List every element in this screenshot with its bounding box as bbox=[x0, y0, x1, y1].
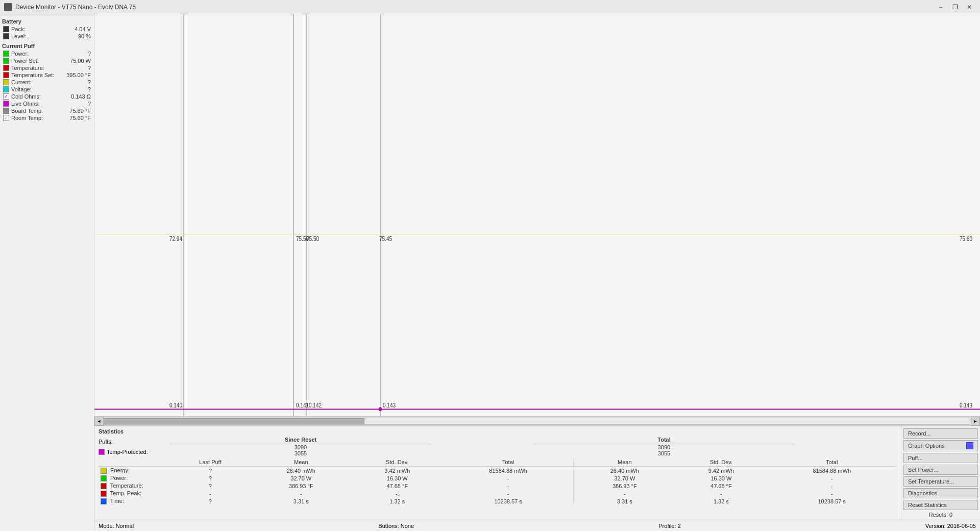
svg-text:0.140: 0.140 bbox=[169, 401, 182, 409]
cold-ohms-checkbox[interactable]: ✓ bbox=[3, 93, 9, 100]
diagnostics-button[interactable]: Diagnostics bbox=[903, 488, 978, 498]
live-ohms-label: Live Ohms: bbox=[3, 101, 40, 107]
minimize-button[interactable]: − bbox=[934, 2, 947, 13]
current-label: Current: bbox=[3, 79, 32, 85]
close-button[interactable]: ✕ bbox=[963, 2, 976, 13]
puffs-label-text: Puffs: bbox=[99, 439, 113, 445]
temperature-set-value: 395.00 °F bbox=[66, 72, 91, 78]
spacer-columns3 bbox=[493, 437, 533, 443]
power-set-row: Power Set: 75.00 W bbox=[2, 57, 92, 64]
total-header-col: Total bbox=[443, 458, 574, 467]
stats-header-row: Last Puff Mean Std. Dev. Total Mean Std.… bbox=[99, 458, 897, 467]
puff-button[interactable]: Puff... bbox=[903, 453, 978, 463]
mean-header: Mean bbox=[251, 458, 352, 467]
title-bar-controls: − ❐ ✕ bbox=[934, 2, 976, 13]
battery-pack-value: 4.04 V bbox=[75, 26, 91, 32]
std-dev2-header: Std. Dev. bbox=[675, 458, 767, 467]
board-temp-label: Board Temp: bbox=[3, 108, 43, 114]
puffs-since-reset-section: Since Reset 3090 3055 bbox=[170, 437, 431, 456]
graph-svg: 0.140 0.141 0.142 0.143 0.143 72.94 75.5… bbox=[94, 14, 980, 416]
room-temp-row: ✓ Room Temp: 75.60 °F bbox=[2, 114, 92, 122]
mode-status: Mode: Normal bbox=[99, 523, 134, 529]
row-mean2-1: 32.70 W bbox=[574, 474, 675, 482]
power-set-value: 75.00 W bbox=[70, 58, 91, 64]
power-set-label: Power Set: bbox=[3, 58, 39, 64]
current-value: ? bbox=[88, 79, 91, 85]
live-ohms-value: ? bbox=[88, 101, 91, 107]
svg-text:0.143: 0.143 bbox=[383, 401, 396, 409]
power-value: ? bbox=[88, 51, 91, 57]
voltage-row: Voltage: ? bbox=[2, 86, 92, 93]
temp-protected-total-value: 3055 bbox=[533, 450, 795, 456]
row-last-puff-2: ? bbox=[170, 482, 251, 490]
current-color-icon bbox=[3, 79, 9, 85]
stats-row-1: Power: ? 32.70 W 16.30 W - 32.70 W 16.30… bbox=[99, 474, 897, 482]
cold-ohms-value: 0.143 Ω bbox=[71, 93, 91, 100]
total2-header: Total bbox=[767, 458, 897, 467]
power-row: Power: ? bbox=[2, 50, 92, 57]
battery-level-row: Level: 90 % bbox=[2, 33, 92, 40]
row-color-icon-0 bbox=[101, 468, 107, 474]
row-total-0: 81584.88 mWh bbox=[443, 467, 574, 475]
record-button[interactable]: Record... bbox=[903, 428, 978, 439]
battery-pack-label: Pack: bbox=[3, 26, 26, 32]
scroll-left-arrow[interactable]: ◄ bbox=[94, 417, 104, 426]
row-std-dev2-3: - bbox=[675, 490, 767, 497]
app-icon bbox=[4, 3, 12, 11]
std-dev-header: Std. Dev. bbox=[352, 458, 443, 467]
live-ohms-color-icon bbox=[3, 101, 9, 107]
puffs-total-section: Total 3090 3055 bbox=[533, 437, 795, 456]
last-puff-header: Last Puff bbox=[170, 458, 251, 467]
voltage-label: Voltage: bbox=[3, 86, 32, 92]
row-mean2-4: 3.31 s bbox=[574, 497, 675, 505]
scroll-right-arrow[interactable]: ► bbox=[971, 417, 980, 426]
puffs-labels: Puffs: Temp-Protected: bbox=[99, 437, 170, 457]
voltage-color-icon bbox=[3, 86, 9, 92]
set-temperature-button[interactable]: Set Temperature... bbox=[903, 476, 978, 487]
row-std-dev2-1: 16.30 W bbox=[675, 474, 767, 482]
current-row: Current: ? bbox=[2, 79, 92, 86]
row-last-puff-4: ? bbox=[170, 497, 251, 505]
svg-text:75.50: 75.50 bbox=[306, 234, 319, 243]
row-mean-2: 386.93 °F bbox=[251, 482, 352, 490]
right-content: Live View 0.140 0.1 bbox=[94, 14, 980, 531]
row-mean2-2: 386.93 °F bbox=[574, 482, 675, 490]
row-label-4: Time: bbox=[99, 497, 170, 505]
right-sidebar: Record... Graph Options Puff... Set Powe… bbox=[901, 426, 980, 520]
restore-button[interactable]: ❐ bbox=[948, 2, 962, 13]
battery-section-title: Battery bbox=[2, 18, 92, 25]
cold-ohms-label: ✓ Cold Ohms: bbox=[3, 93, 41, 100]
live-ohms-row: Live Ohms: ? bbox=[2, 100, 92, 107]
row-total2-3: - bbox=[767, 490, 897, 497]
room-temp-checkbox[interactable]: ✓ bbox=[3, 115, 9, 121]
scroll-track[interactable] bbox=[104, 418, 970, 425]
power-set-color-icon bbox=[3, 58, 9, 64]
temperature-set-color-icon bbox=[3, 72, 9, 78]
row-last-puff-1: ? bbox=[170, 474, 251, 482]
svg-text:75.45: 75.45 bbox=[379, 234, 392, 243]
graph-scrollbar[interactable]: ◄ ► bbox=[94, 417, 980, 426]
window-title: Device Monitor - VT75 Nano - Evolv DNA 7… bbox=[15, 4, 136, 11]
puffs-label-row: Puffs: bbox=[99, 437, 170, 447]
main-layout: Battery Pack: 4.04 V Level: 90 % Current… bbox=[0, 14, 980, 531]
status-bar: Mode: Normal Buttons: None Profile: 2 Ve… bbox=[94, 520, 980, 531]
row-total-1: - bbox=[443, 474, 574, 482]
row-mean-1: 32.70 W bbox=[251, 474, 352, 482]
board-temp-value: 75.60 °F bbox=[69, 108, 91, 114]
buttons-status: Buttons: None bbox=[378, 523, 414, 529]
row-total2-1: - bbox=[767, 474, 897, 482]
scroll-thumb[interactable] bbox=[105, 418, 364, 424]
temp-protected-label-text: Temp-Protected: bbox=[107, 449, 148, 455]
puffs-since-reset-value: 3090 bbox=[170, 444, 431, 450]
row-std-dev-1: 16.30 W bbox=[352, 474, 443, 482]
graph-options-button[interactable]: Graph Options bbox=[903, 440, 978, 451]
set-power-button[interactable]: Set Power... bbox=[903, 465, 978, 475]
spacer-columns2 bbox=[462, 437, 493, 443]
reset-statistics-button[interactable]: Reset Statistics bbox=[903, 500, 978, 510]
row-std-dev-4: 1.32 s bbox=[352, 497, 443, 505]
since-reset-header: Since Reset bbox=[170, 437, 431, 444]
row-mean-3: - bbox=[251, 490, 352, 497]
temperature-row: Temperature: ? bbox=[2, 64, 92, 71]
battery-level-label: Level: bbox=[3, 33, 26, 39]
row-color-icon-1 bbox=[101, 475, 107, 481]
